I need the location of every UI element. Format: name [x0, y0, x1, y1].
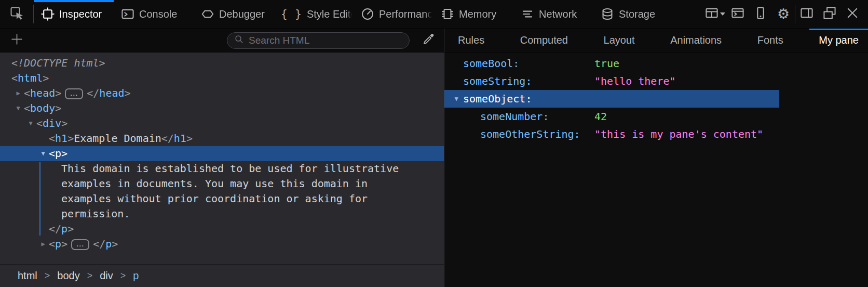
syntax-token: <	[24, 87, 30, 99]
syntax-token: <	[24, 102, 30, 114]
expand-arrow-icon[interactable]: ▶	[38, 237, 48, 252]
expand-arrow-icon[interactable]: ▼	[452, 90, 461, 108]
sidebar-tab-computed[interactable]: Computed	[511, 29, 577, 52]
markup-row[interactable]: ▼<div>	[0, 116, 444, 131]
syntax-token: >	[125, 87, 131, 99]
expand-arrow-icon[interactable]: ▼	[38, 146, 48, 161]
expand-arrow-icon[interactable]: ▼	[13, 101, 23, 116]
tab-performance[interactable]: Performance	[354, 0, 433, 28]
search-box[interactable]	[227, 32, 410, 49]
viewport-icon	[41, 7, 55, 21]
expand-arrow-icon[interactable]: ▼	[26, 116, 35, 131]
markup-row[interactable]: ▼<p>	[0, 146, 444, 161]
eyedropper-button[interactable]	[418, 33, 439, 47]
syntax-token: <	[49, 147, 55, 160]
main-content: <!DOCTYPE html><html>▶<head>…</head>▼<bo…	[0, 53, 868, 287]
dock-to-side-button[interactable]	[795, 0, 818, 28]
phone-icon	[754, 6, 767, 22]
node-picker-button[interactable]	[0, 0, 33, 28]
breadcrumb: html>body>div>p	[0, 264, 444, 287]
iframe-picker-button[interactable]	[703, 0, 726, 28]
ellipsis-badge[interactable]: …	[65, 88, 83, 99]
markup-row[interactable]: ▶<head>…</head>	[0, 86, 444, 101]
sidebar-tab-my-pane[interactable]: My pane	[809, 29, 868, 52]
ellipsis-badge[interactable]: …	[71, 239, 89, 250]
add-node-button[interactable]	[6, 33, 27, 47]
tree-row[interactable]: someOtherString:"this is my pane's conte…	[444, 125, 779, 143]
property-name: someOtherString:	[480, 128, 580, 140]
sidebar-tab-label: Rules	[458, 34, 484, 46]
sidebar-tab-rules[interactable]: Rules	[449, 29, 494, 52]
text-node: examples in documents. You may use this …	[61, 177, 368, 190]
markup-row[interactable]: ▼<body>	[0, 101, 444, 116]
syntax-token: <	[49, 132, 55, 145]
chevron-down-icon	[720, 12, 725, 16]
inspector-toolbar	[0, 29, 444, 52]
secondary-toolbar: RulesComputedLayoutAnimationsFontsMy pan…	[0, 29, 868, 53]
text-node: examples without prior coordination or a…	[61, 192, 368, 205]
markup-row[interactable]: <h1>Example Domain</h1>	[0, 131, 444, 146]
braces-icon: { }	[281, 8, 302, 20]
tab-label: Inspector	[59, 8, 114, 20]
devtools-tabbar: InspectorConsoleDebugger{ }Style EditorP…	[0, 0, 868, 29]
sidebar-tab-fonts[interactable]: Fonts	[748, 29, 793, 52]
markup-row[interactable]: </p>	[0, 221, 444, 237]
breadcrumb-separator-icon: >	[120, 270, 126, 281]
tag-token: h1	[55, 132, 67, 145]
sidebar-tabs: RulesComputedLayoutAnimationsFontsMy pan…	[444, 29, 868, 52]
syntax-token: </	[49, 223, 61, 235]
sidebar-tab-label: Computed	[520, 34, 568, 46]
markup-row[interactable]: examples without prior coordination or a…	[0, 191, 444, 206]
tag-token: html	[18, 72, 43, 84]
tab-label: Debugger	[219, 8, 274, 20]
tag-token: head	[99, 87, 124, 99]
split-console-button[interactable]	[726, 0, 749, 28]
syntax-token: >	[67, 223, 74, 235]
tree-row[interactable]: ▼someObject:	[444, 90, 779, 108]
tag-token: body	[30, 102, 55, 114]
property-value: 42	[594, 108, 607, 125]
devtools-window: InspectorConsoleDebugger{ }Style EditorP…	[0, 0, 868, 287]
object-tree: someBool:truesomeString:"hello there"▼so…	[444, 53, 868, 143]
separate-window-button[interactable]	[818, 0, 841, 28]
close-button[interactable]	[841, 0, 864, 28]
tag-token: p	[61, 223, 67, 235]
breadcrumb-item-div[interactable]: div	[100, 270, 113, 282]
markup-row[interactable]: permission.	[0, 206, 444, 221]
tab-network[interactable]: Network	[513, 0, 593, 28]
tab-debugger[interactable]: Debugger	[194, 0, 274, 28]
responsive-design-button[interactable]	[749, 0, 772, 28]
sidebar-tab-animations[interactable]: Animations	[661, 29, 731, 52]
tab-storage[interactable]: Storage	[593, 0, 673, 28]
breadcrumb-item-body[interactable]: body	[57, 270, 79, 282]
markup-row[interactable]: <html>	[0, 71, 444, 86]
markup-row[interactable]: This domain is established to be used fo…	[0, 161, 444, 176]
tab-memory[interactable]: Memory	[433, 0, 513, 28]
markup-row[interactable]: ▶<p>…</p>	[0, 237, 444, 252]
syntax-token: <	[11, 72, 18, 84]
tree-row[interactable]: someBool:true	[444, 55, 779, 72]
syntax-token: >	[61, 147, 67, 160]
tree-row[interactable]: someNumber:42	[444, 108, 779, 125]
breadcrumb-item-html[interactable]: html	[18, 270, 37, 282]
syntax-token: </	[93, 238, 105, 250]
breadcrumb-item-p[interactable]: p	[133, 270, 139, 282]
tab-console[interactable]: Console	[114, 0, 194, 28]
my-pane-panel: someBool:truesomeString:"hello there"▼so…	[444, 53, 868, 287]
expand-arrow-icon[interactable]: ▶	[13, 86, 23, 101]
syntax-token: >	[61, 117, 67, 129]
sidebar-tab-label: My pane	[819, 34, 859, 46]
tab-label: Memory	[459, 8, 513, 20]
settings-button[interactable]: ⚙	[772, 0, 795, 28]
sidebar-tab-layout[interactable]: Layout	[594, 29, 644, 52]
debugger-icon	[201, 7, 214, 21]
markup-row[interactable]: <!DOCTYPE html>	[0, 56, 444, 71]
markup-row[interactable]: examples in documents. You may use this …	[0, 176, 444, 191]
tab-inspector[interactable]: Inspector	[34, 0, 114, 28]
breadcrumb-separator-icon: >	[45, 270, 50, 281]
sidebar-tab-label: Layout	[604, 34, 635, 46]
text-node: Example Domain	[74, 132, 161, 145]
search-input[interactable]	[249, 35, 402, 46]
tab-style-editor[interactable]: { }Style Editor	[274, 0, 354, 28]
tree-row[interactable]: someString:"hello there"	[444, 72, 779, 90]
